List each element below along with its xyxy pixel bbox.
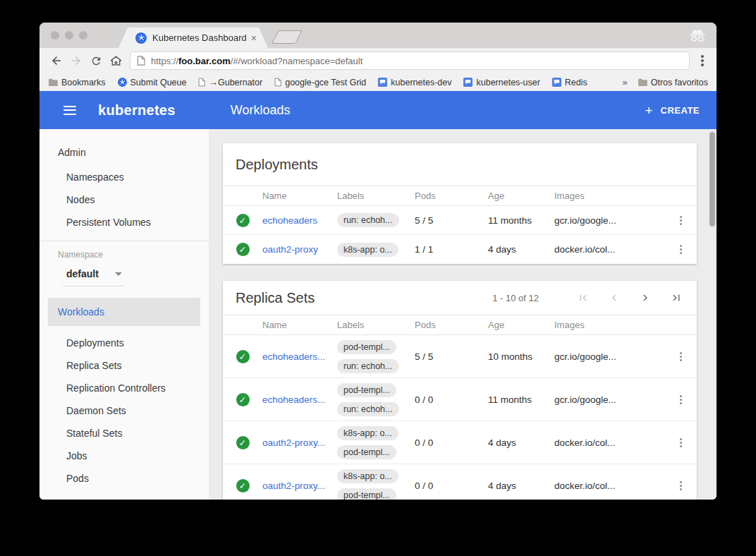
row-actions-button[interactable] bbox=[680, 395, 682, 404]
tab-strip: Kubernetes Dashboard × bbox=[39, 23, 717, 48]
hamburger-menu-button[interactable] bbox=[63, 106, 76, 115]
last-page-button[interactable] bbox=[670, 291, 683, 304]
tab-title: Kubernetes Dashboard bbox=[152, 32, 251, 43]
resource-name-link[interactable]: oauth2-proxy... bbox=[262, 481, 337, 491]
row-actions-button[interactable] bbox=[680, 245, 682, 254]
label-chip: k8s-app: o... bbox=[337, 469, 398, 483]
bookmark-item[interactable]: Submit Queue bbox=[118, 78, 187, 87]
sidebar-item-namespaces[interactable]: Namespaces bbox=[39, 166, 209, 188]
label-chip: run: echoh... bbox=[337, 213, 399, 227]
column-images: Images bbox=[554, 191, 664, 201]
sidebar-item-stateful-sets[interactable]: Stateful Sets bbox=[39, 422, 209, 445]
sidebar-item-daemon-sets[interactable]: Daemon Sets bbox=[39, 399, 209, 422]
namespace-select[interactable]: default bbox=[63, 268, 123, 286]
images-cell: gcr.io/google... bbox=[554, 351, 664, 362]
resource-name-link[interactable]: echoheaders bbox=[262, 215, 337, 226]
row-actions-button[interactable] bbox=[680, 438, 682, 447]
bookmark-item[interactable]: kubernetes-user bbox=[463, 78, 539, 87]
images-cell: gcr.io/google... bbox=[554, 394, 664, 405]
row-actions-button[interactable] bbox=[680, 216, 682, 225]
page-icon bbox=[198, 78, 205, 87]
folder-icon bbox=[638, 78, 647, 86]
bookmark-item[interactable]: kubernetes-dev bbox=[378, 78, 451, 87]
bookmark-label: kubernetes-user bbox=[476, 78, 539, 87]
home-button[interactable] bbox=[106, 51, 126, 71]
page-title: Workloads bbox=[231, 103, 291, 118]
bookmark-item[interactable]: google-gce Test Grid bbox=[274, 78, 366, 87]
sidebar-item-replica-sets[interactable]: Replica Sets bbox=[39, 354, 209, 377]
resource-name-link[interactable]: echoheaders... bbox=[262, 394, 337, 405]
forward-button[interactable] bbox=[66, 51, 86, 71]
chevron-down-icon bbox=[115, 272, 122, 276]
bookmark-label: Redis bbox=[565, 78, 587, 87]
column-age: Age bbox=[488, 320, 554, 330]
bookmark-folder[interactable]: Bookmarks bbox=[48, 78, 106, 87]
minimize-window-button[interactable] bbox=[65, 31, 73, 40]
zoom-window-button[interactable] bbox=[79, 31, 87, 40]
reload-button[interactable] bbox=[86, 51, 106, 71]
kubernetes-favicon bbox=[135, 32, 147, 44]
label-chip: k8s-app: o... bbox=[337, 243, 398, 257]
age-cell: 4 days bbox=[488, 244, 554, 255]
create-button[interactable]: + CREATE bbox=[645, 104, 700, 117]
sidebar-item-pods[interactable]: Pods bbox=[39, 467, 209, 490]
page-icon bbox=[137, 56, 145, 66]
tab-close-icon[interactable]: × bbox=[251, 33, 257, 43]
table-header: Name Labels Pods Age Images bbox=[223, 315, 697, 335]
status-ok-icon: ✓ bbox=[236, 214, 250, 227]
resource-name-link[interactable]: oauth2-proxy bbox=[262, 244, 337, 255]
sidebar-item-jobs[interactable]: Jobs bbox=[39, 445, 209, 467]
groups-icon bbox=[463, 78, 472, 87]
resource-name-link[interactable]: echoheaders... bbox=[262, 351, 337, 362]
groups-icon bbox=[552, 78, 561, 87]
status-ok-icon: ✓ bbox=[236, 350, 250, 363]
bookmark-item[interactable]: →Gubernator bbox=[198, 78, 262, 87]
sidebar-item-workloads[interactable]: Workloads bbox=[48, 298, 200, 326]
bookmark-label: Submit Queue bbox=[130, 78, 187, 87]
next-page-button[interactable] bbox=[639, 291, 652, 304]
label-chip: run: echoh... bbox=[337, 402, 399, 416]
back-button[interactable] bbox=[47, 51, 66, 71]
dashboard-page: kubernetes Workloads + CREATE Admin Name… bbox=[39, 91, 717, 500]
bookmarks-bar: Bookmarks Submit Queue →Gubernator googl… bbox=[39, 73, 717, 91]
label-chip: pod-templ... bbox=[337, 445, 396, 459]
new-tab-button[interactable] bbox=[272, 30, 303, 44]
bookmark-label: kubernetes-dev bbox=[391, 78, 451, 87]
bookmark-item[interactable]: Redis bbox=[552, 78, 587, 87]
pods-cell: 5 / 5 bbox=[415, 215, 488, 226]
resource-name-link[interactable]: oauth2-proxy... bbox=[262, 437, 337, 448]
row-actions-button[interactable] bbox=[680, 352, 682, 361]
card-title-replica-sets: Replica Sets bbox=[236, 290, 315, 306]
images-cell: docker.io/col... bbox=[554, 481, 664, 491]
column-pods: Pods bbox=[415, 320, 488, 330]
bookmarks-overflow-chevron[interactable]: » bbox=[622, 77, 627, 87]
sidebar-item-admin[interactable]: Admin bbox=[39, 139, 209, 166]
column-labels: Labels bbox=[337, 191, 415, 201]
previous-page-button[interactable] bbox=[608, 291, 621, 304]
browser-menu-button[interactable] bbox=[695, 52, 709, 70]
sidebar-item-nodes[interactable]: Nodes bbox=[39, 188, 209, 211]
groups-icon bbox=[378, 78, 387, 87]
browser-tab[interactable]: Kubernetes Dashboard × bbox=[118, 28, 268, 48]
pagination-range: 1 - 10 of 12 bbox=[492, 293, 539, 303]
status-ok-icon: ✓ bbox=[236, 393, 250, 406]
scrollbar-thumb[interactable] bbox=[709, 132, 715, 226]
images-cell: docker.io/col... bbox=[554, 244, 664, 255]
replica-sets-card: Replica Sets 1 - 10 of 12 bbox=[223, 281, 697, 500]
namespace-label: Namespace bbox=[39, 250, 209, 260]
card-title-deployments: Deployments bbox=[236, 157, 318, 173]
first-page-button[interactable] bbox=[577, 291, 590, 304]
label-chip: run: echoh... bbox=[337, 359, 399, 373]
sidebar-item-deployments[interactable]: Deployments bbox=[39, 332, 209, 354]
url-text: https://foo.bar.com/#/workload?namespace… bbox=[151, 56, 362, 66]
row-actions-button[interactable] bbox=[680, 481, 682, 490]
sidebar-divider bbox=[39, 241, 209, 241]
pods-cell: 0 / 0 bbox=[415, 394, 488, 405]
close-window-button[interactable] bbox=[51, 31, 59, 40]
address-bar[interactable]: https://foo.bar.com/#/workload?namespace… bbox=[130, 52, 690, 70]
sidebar-item-persistent-volumes[interactable]: Persistent Volumes bbox=[39, 211, 209, 234]
age-cell: 11 months bbox=[488, 215, 554, 226]
sidebar-item-replication-controllers[interactable]: Replication Controllers bbox=[39, 377, 209, 399]
bookmark-folder-otros[interactable]: Otros favoritos bbox=[638, 78, 708, 87]
folder-icon bbox=[48, 78, 58, 86]
